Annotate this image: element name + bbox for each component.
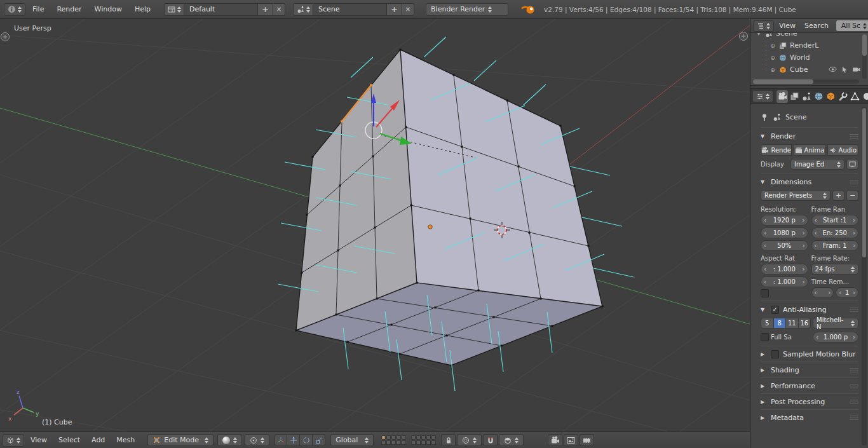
tab-object[interactable] bbox=[825, 90, 836, 103]
editor-type-button-3dview[interactable] bbox=[3, 434, 24, 447]
spinner-right-arrow-icon[interactable]: › bbox=[802, 229, 804, 236]
layer-cell[interactable] bbox=[391, 440, 396, 445]
scene-lock-button[interactable] bbox=[441, 434, 456, 446]
render-button[interactable]: Rende bbox=[761, 144, 792, 156]
spinner-left-arrow-icon[interactable]: ‹ bbox=[815, 289, 817, 296]
animation-button[interactable]: Anima bbox=[794, 144, 825, 156]
scene-unlink-button[interactable]: × bbox=[402, 3, 414, 16]
scene-add-button[interactable]: + bbox=[387, 3, 402, 16]
border-checkbox[interactable] bbox=[761, 289, 769, 297]
samples-8-button[interactable]: 8 bbox=[774, 318, 787, 329]
disclosure-icon[interactable]: ⊕ bbox=[770, 55, 776, 61]
layer-cell[interactable] bbox=[416, 440, 421, 445]
spinner-left-arrow-icon[interactable]: ‹ bbox=[816, 334, 818, 341]
motion-blur-checkbox[interactable] bbox=[771, 350, 779, 358]
snap-element-dropdown[interactable] bbox=[499, 434, 524, 446]
render-engine-dropdown[interactable]: Blender Render bbox=[426, 3, 508, 16]
eye-icon[interactable] bbox=[829, 66, 837, 72]
resolution-scale-field[interactable]: ‹ 50% › bbox=[761, 240, 808, 251]
layer-cell[interactable] bbox=[402, 435, 406, 440]
layer-cell[interactable] bbox=[397, 435, 401, 440]
layer-cell[interactable] bbox=[426, 435, 431, 440]
editor-type-button-outliner[interactable] bbox=[753, 20, 774, 32]
menu-window[interactable]: Window bbox=[89, 5, 128, 13]
viewport-3d[interactable]: z y x User Persp (1) Cube bbox=[0, 19, 750, 431]
section-metadata[interactable]: ▶ Metadata bbox=[761, 409, 858, 425]
antialiasing-checkbox[interactable]: ✓ bbox=[771, 306, 779, 314]
resolution-y-field[interactable]: ‹ 1080 p › bbox=[761, 227, 808, 238]
manipulator-axes-button[interactable] bbox=[275, 434, 287, 446]
tab-render[interactable] bbox=[776, 90, 788, 103]
cursor-arrow-icon[interactable] bbox=[841, 66, 848, 73]
tab-render-layers[interactable] bbox=[789, 90, 800, 103]
tab-scene[interactable] bbox=[801, 90, 812, 103]
outliner-filter-dropdown[interactable]: All Sc bbox=[836, 20, 868, 31]
dimensions-section-header[interactable]: ▼ Dimensions bbox=[761, 173, 858, 190]
layer-cell[interactable] bbox=[421, 440, 426, 445]
spinner-left-arrow-icon[interactable]: ‹ bbox=[764, 266, 766, 273]
panel-grip-icon[interactable] bbox=[850, 308, 858, 312]
orientation-dropdown[interactable]: Global bbox=[330, 434, 374, 446]
mode-dropdown[interactable]: Edit Mode bbox=[147, 434, 214, 446]
fps-dropdown[interactable]: 24 fps bbox=[811, 264, 859, 275]
rotate-manipulator-button[interactable] bbox=[300, 434, 313, 446]
panel-grip-icon[interactable] bbox=[850, 416, 858, 420]
layout-add-button[interactable]: + bbox=[258, 3, 273, 16]
aspect-x-field[interactable]: ‹ : 1.000 › bbox=[761, 264, 808, 275]
layer-cell[interactable] bbox=[431, 435, 436, 440]
menu-mesh[interactable]: Mesh bbox=[111, 436, 140, 444]
proportional-edit-dropdown[interactable] bbox=[457, 434, 482, 446]
outliner-row-renderlayers[interactable]: ⊕ RenderL bbox=[750, 39, 868, 51]
menu-add[interactable]: Add bbox=[86, 436, 110, 444]
spinner-right-arrow-icon[interactable]: › bbox=[853, 242, 855, 249]
menu-select[interactable]: Select bbox=[53, 436, 85, 444]
spinner-right-arrow-icon[interactable]: › bbox=[802, 278, 804, 285]
spinner-right-arrow-icon[interactable]: › bbox=[853, 334, 855, 341]
section-performance[interactable]: ▶ Performance bbox=[761, 377, 858, 393]
layer-cell[interactable] bbox=[386, 435, 391, 440]
tab-material[interactable] bbox=[861, 90, 868, 103]
preset-remove-button[interactable]: − bbox=[846, 190, 858, 201]
samples-5-button[interactable]: 5 bbox=[761, 318, 774, 329]
menu-render[interactable]: Render bbox=[51, 5, 87, 13]
layer-cell[interactable] bbox=[386, 440, 391, 445]
render-section-header[interactable]: ▼ Render bbox=[761, 127, 858, 144]
layer-cell[interactable] bbox=[391, 435, 396, 440]
render-still-button[interactable] bbox=[548, 434, 562, 446]
scene-browse-button[interactable] bbox=[293, 3, 313, 16]
spinner-right-arrow-icon[interactable]: › bbox=[802, 266, 804, 273]
layer-cell[interactable] bbox=[397, 440, 401, 445]
spinner-right-arrow-icon[interactable]: › bbox=[828, 289, 831, 296]
pin-icon[interactable] bbox=[761, 113, 768, 121]
layer-cell[interactable] bbox=[411, 440, 416, 445]
render-opengl-button[interactable] bbox=[580, 434, 594, 446]
remap-new-field[interactable]: ‹ 1 › bbox=[836, 287, 858, 298]
disclosure-icon[interactable]: ▾ bbox=[756, 33, 762, 37]
spinner-left-arrow-icon[interactable]: ‹ bbox=[839, 289, 841, 296]
panel-grip-icon[interactable] bbox=[850, 134, 858, 139]
panel-grip-icon[interactable] bbox=[850, 368, 858, 372]
shading-dropdown[interactable] bbox=[217, 434, 242, 446]
frame-start-field[interactable]: ‹ Start :1 › bbox=[811, 215, 859, 226]
samples-11-button[interactable]: 11 bbox=[786, 318, 799, 329]
frame-end-field[interactable]: ‹ En: 250 › bbox=[811, 227, 859, 238]
pixel-size-field[interactable]: ‹ 1.000 p › bbox=[813, 332, 858, 343]
resolution-x-field[interactable]: ‹ 1920 p › bbox=[761, 215, 808, 226]
frame-step-field[interactable]: ‹ Fram: 1 › bbox=[811, 240, 859, 251]
scrollbar-thumb[interactable] bbox=[753, 79, 813, 84]
layer-cell[interactable] bbox=[402, 440, 406, 445]
spinner-left-arrow-icon[interactable]: ‹ bbox=[815, 229, 817, 236]
spinner-right-arrow-icon[interactable]: › bbox=[802, 217, 804, 224]
tab-data[interactable] bbox=[849, 90, 860, 103]
outliner-row-scene[interactable]: ▾ Scene bbox=[750, 33, 868, 39]
spinner-left-arrow-icon[interactable]: ‹ bbox=[764, 217, 766, 224]
tab-world[interactable] bbox=[813, 90, 824, 103]
layout-name-field[interactable]: Default bbox=[184, 3, 258, 16]
scale-manipulator-button[interactable] bbox=[313, 434, 325, 446]
panel-grip-icon[interactable] bbox=[850, 384, 858, 388]
spinner-right-arrow-icon[interactable]: › bbox=[802, 242, 804, 249]
preset-add-button[interactable]: + bbox=[832, 190, 844, 201]
layer-cell[interactable] bbox=[381, 435, 386, 440]
layer-cell[interactable] bbox=[416, 435, 421, 440]
menu-view[interactable]: View bbox=[25, 436, 52, 444]
